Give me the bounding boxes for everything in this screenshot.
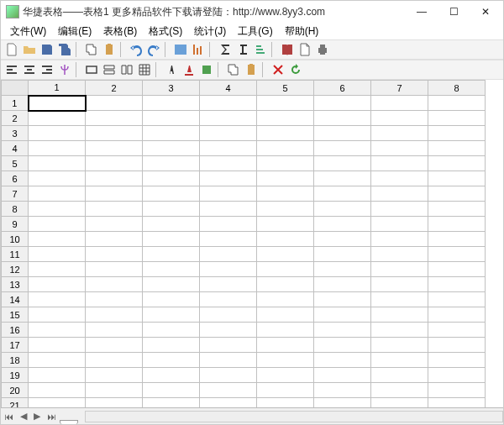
menu-stats[interactable]: 统计(J) (188, 23, 232, 40)
cell[interactable] (86, 353, 143, 368)
cell[interactable] (428, 338, 486, 353)
cell[interactable] (29, 202, 86, 217)
cell[interactable] (314, 232, 371, 247)
cell[interactable] (200, 383, 257, 398)
cell[interactable] (371, 217, 428, 232)
fg-color-button[interactable] (181, 61, 197, 78)
cell[interactable] (29, 141, 86, 156)
cell[interactable] (371, 232, 428, 247)
minimize-button[interactable]: — (406, 1, 438, 23)
cell[interactable] (86, 126, 143, 141)
cell[interactable] (143, 338, 200, 353)
chart-button[interactable] (190, 41, 207, 58)
cell[interactable] (257, 217, 314, 232)
cell[interactable] (143, 398, 200, 408)
cell[interactable] (29, 217, 86, 232)
cell[interactable] (428, 353, 486, 368)
cell[interactable] (143, 126, 200, 141)
cell[interactable] (200, 217, 257, 232)
cell[interactable] (371, 338, 428, 353)
cell[interactable] (257, 292, 314, 307)
cell[interactable] (143, 307, 200, 323)
cell[interactable] (371, 323, 428, 338)
copy-button[interactable] (83, 41, 100, 58)
save-all-button[interactable] (56, 41, 73, 58)
sort-button[interactable] (252, 41, 269, 58)
cell[interactable] (428, 156, 486, 171)
row-header[interactable]: 21 (2, 398, 29, 408)
cell[interactable] (371, 262, 428, 277)
cell[interactable] (200, 398, 257, 408)
cell[interactable] (428, 111, 486, 126)
tab-nav-last[interactable]: ⏭ (44, 412, 60, 422)
cell[interactable] (257, 126, 314, 141)
cell[interactable] (371, 202, 428, 217)
cell[interactable] (143, 232, 200, 247)
cell[interactable] (314, 111, 371, 126)
cell[interactable] (371, 247, 428, 262)
undo-button[interactable] (128, 41, 144, 58)
cell[interactable] (86, 202, 143, 217)
cell[interactable] (428, 232, 486, 247)
row-header[interactable]: 13 (2, 277, 29, 292)
cell[interactable] (200, 96, 257, 111)
cell[interactable] (143, 353, 200, 368)
redo-button[interactable] (145, 41, 162, 58)
bg-color-button[interactable] (198, 61, 215, 78)
cell[interactable] (314, 292, 371, 307)
cell[interactable] (428, 96, 486, 111)
delete-button[interactable] (270, 61, 286, 78)
cell[interactable] (86, 292, 143, 307)
new-button[interactable] (3, 41, 20, 58)
cell[interactable] (314, 171, 371, 186)
cell[interactable] (200, 323, 257, 338)
cell[interactable] (257, 383, 314, 398)
cell[interactable] (257, 398, 314, 408)
cell[interactable] (200, 111, 257, 126)
rect-button[interactable] (83, 61, 100, 78)
spreadsheet-grid[interactable]: 1234567812345678910111213141516171819202… (1, 80, 486, 407)
cell[interactable] (371, 171, 428, 186)
formula-button[interactable] (234, 41, 251, 58)
row-header[interactable]: 16 (2, 323, 29, 338)
row-header[interactable]: 7 (2, 186, 29, 202)
row-header[interactable]: 10 (2, 232, 29, 247)
cell[interactable] (143, 96, 200, 111)
row-header[interactable]: 6 (2, 171, 29, 186)
cell[interactable] (29, 232, 86, 247)
cell[interactable] (428, 202, 486, 217)
cell[interactable] (143, 277, 200, 292)
cell[interactable] (257, 353, 314, 368)
book-button[interactable] (279, 41, 296, 58)
cell[interactable] (314, 368, 371, 383)
menu-tools[interactable]: 工具(G) (232, 23, 278, 40)
cell[interactable] (257, 368, 314, 383)
cell[interactable] (29, 398, 86, 408)
font-button[interactable] (163, 61, 180, 78)
row-header[interactable]: 2 (2, 111, 29, 126)
cell[interactable] (86, 186, 143, 202)
cell[interactable] (200, 338, 257, 353)
cell[interactable] (29, 186, 86, 202)
cell[interactable] (314, 96, 371, 111)
row-header[interactable]: 18 (2, 353, 29, 368)
cell[interactable] (257, 186, 314, 202)
cell[interactable] (143, 323, 200, 338)
cell[interactable] (371, 307, 428, 323)
row-header[interactable]: 3 (2, 126, 29, 141)
cell[interactable] (371, 277, 428, 292)
cell[interactable] (143, 111, 200, 126)
cell[interactable] (428, 262, 486, 277)
tab-nav-next[interactable]: ▶ (30, 411, 44, 422)
cell[interactable] (29, 111, 86, 126)
cell[interactable] (314, 186, 371, 202)
cell[interactable] (200, 232, 257, 247)
row-header[interactable]: 20 (2, 383, 29, 398)
cell[interactable] (29, 96, 86, 111)
cell[interactable] (428, 126, 486, 141)
print-button[interactable] (314, 41, 331, 58)
cell[interactable] (143, 156, 200, 171)
cell[interactable] (428, 292, 486, 307)
sheet-tab[interactable] (60, 420, 78, 424)
cell[interactable] (86, 338, 143, 353)
